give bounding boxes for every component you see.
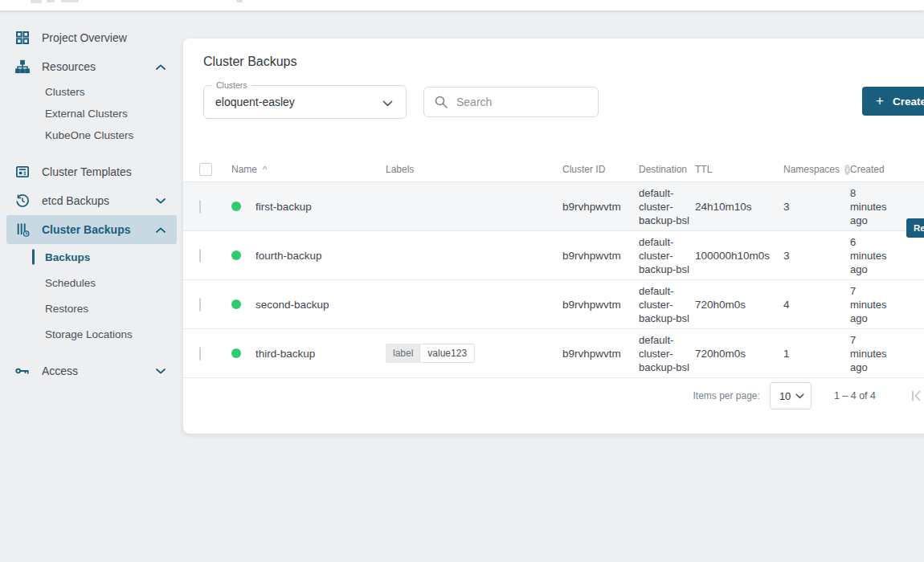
clusters-select[interactable]: Clusters eloquent-easley xyxy=(203,85,407,119)
backup-cluster-id: b9rvhpwvtm xyxy=(562,299,639,311)
backup-destination: default-cluster-backup-bsl xyxy=(639,186,690,227)
cluster-backups-card: Cluster Backups Clusters eloquent-easley… xyxy=(183,39,924,434)
backup-namespaces: 3 xyxy=(783,201,850,213)
row-checkbox[interactable] xyxy=(199,298,201,312)
select-all-checkbox[interactable] xyxy=(199,163,212,176)
backup-created: 8 minutes ago xyxy=(850,186,895,227)
table-row[interactable]: fourth-backup b9rvhpwvtm default-cluster… xyxy=(183,231,924,280)
sidebar-item-label: Schedules xyxy=(45,277,96,289)
chevron-down-icon xyxy=(795,393,804,399)
sidebar-item-cluster-backups[interactable]: Cluster Backups xyxy=(6,215,177,244)
sidebar-item-project-overview[interactable]: Project Overview xyxy=(0,23,183,52)
sidebar-item-kubeone-clusters[interactable]: KubeOne Clusters xyxy=(0,124,183,146)
column-header-cluster-id: Cluster ID xyxy=(562,164,639,175)
backup-name: fourth-backup xyxy=(256,250,322,262)
status-healthy-icon xyxy=(231,202,241,211)
status-healthy-icon xyxy=(231,348,241,358)
backup-destination: default-cluster-backup-bsl xyxy=(639,284,690,325)
create-button[interactable]: + Create xyxy=(862,87,924,116)
sidebar-item-clusters[interactable]: Clusters xyxy=(0,81,183,103)
table-footer: Items per page: 10 1 – 4 of 4 xyxy=(183,378,924,413)
chevron-down-icon xyxy=(382,100,393,107)
backup-created: 7 minutes ago xyxy=(850,284,895,325)
clusters-select-value: eloquent-easley xyxy=(215,96,295,108)
column-header-destination: Destination xyxy=(639,164,695,175)
first-page-icon[interactable] xyxy=(910,389,924,403)
pagination-range: 1 – 4 of 4 xyxy=(834,390,876,401)
column-header-namespaces: Namespaces i xyxy=(783,164,850,175)
backup-cluster-id: b9rvhpwvtm xyxy=(562,348,639,360)
sidebar-item-label: Storage Locations xyxy=(45,328,133,340)
table-row[interactable]: third-backup label value123 b9rvhpwvtm d… xyxy=(183,329,924,378)
backup-namespaces: 3 xyxy=(783,250,850,262)
key-icon xyxy=(14,363,31,379)
table-row[interactable]: second-backup b9rvhpwvtm default-cluster… xyxy=(183,280,924,329)
info-icon[interactable]: i xyxy=(844,165,850,175)
column-header-created: Created xyxy=(850,164,914,175)
column-header-labels: Labels xyxy=(386,164,562,175)
sidebar-item-label: KubeOne Clusters xyxy=(45,129,133,141)
label-chip-key: label xyxy=(386,344,419,363)
backup-ttl: 720h0m0s xyxy=(695,348,783,360)
backup-labels: label value123 xyxy=(386,344,562,363)
sidebar-item-cluster-templates[interactable]: Cluster Templates xyxy=(0,157,183,186)
page-title: Cluster Backups xyxy=(203,55,297,69)
sidebar-item-label: Project Overview xyxy=(42,31,127,44)
column-header-ttl: TTL xyxy=(695,164,783,175)
sidebar-item-restores[interactable]: Restores xyxy=(0,295,183,321)
column-header-name[interactable]: Name ^ xyxy=(231,164,386,175)
restore-button[interactable]: Res xyxy=(906,218,924,238)
sidebar-item-label: Cluster Backups xyxy=(42,223,130,236)
chevron-down-icon xyxy=(156,369,166,374)
backup-namespaces: 1 xyxy=(783,348,850,360)
chevron-up-icon xyxy=(156,64,166,70)
clusters-select-label: Clusters xyxy=(212,80,251,90)
grid-icon xyxy=(14,30,31,46)
page-size-select[interactable]: 10 xyxy=(770,382,812,409)
backups-table: Name ^ Labels Cluster ID Destination TTL… xyxy=(183,157,924,413)
sidebar-item-label: Clusters xyxy=(45,86,85,98)
sidebar-item-access[interactable]: Access xyxy=(0,356,183,385)
sidebar-item-schedules[interactable]: Schedules xyxy=(0,270,183,295)
search-input[interactable] xyxy=(456,96,602,108)
status-healthy-icon xyxy=(231,299,241,309)
sidebar-item-label: Restores xyxy=(45,303,88,315)
cluster-backup-icon xyxy=(14,222,31,238)
row-checkbox[interactable] xyxy=(199,200,201,214)
backup-destination: default-cluster-backup-bsl xyxy=(639,333,690,374)
table-header-row: Name ^ Labels Cluster ID Destination TTL… xyxy=(183,157,924,182)
backup-ttl: 100000h10m0s xyxy=(695,250,783,262)
sidebar-item-label: etcd Backups xyxy=(42,194,109,207)
sidebar-item-backups[interactable]: Backups xyxy=(0,244,183,270)
backup-destination: default-cluster-backup-bsl xyxy=(639,235,690,276)
chevron-down-icon xyxy=(156,198,166,204)
template-icon xyxy=(14,164,31,180)
page-size-value: 10 xyxy=(779,390,791,402)
sidebar-item-label: External Clusters xyxy=(45,108,128,120)
chevron-up-icon xyxy=(156,227,166,233)
sidebar-item-resources[interactable]: Resources xyxy=(0,52,183,81)
backup-cluster-id: b9rvhpwvtm xyxy=(562,250,639,262)
sort-ascending-icon: ^ xyxy=(263,165,267,174)
sidebar-item-etcd-backups[interactable]: etcd Backups xyxy=(0,186,183,215)
backup-created: 6 minutes ago xyxy=(850,235,895,276)
row-checkbox[interactable] xyxy=(199,347,201,360)
sidebar-item-label: Backups xyxy=(45,251,90,263)
backup-namespaces: 4 xyxy=(783,299,850,311)
create-button-label: Create xyxy=(893,96,924,108)
top-bar xyxy=(0,0,924,10)
backup-name: second-backup xyxy=(256,299,329,311)
search-icon xyxy=(434,95,448,109)
sidebar-item-label: Resources xyxy=(42,60,96,73)
sidebar-item-external-clusters[interactable]: External Clusters xyxy=(0,103,183,124)
sidebar-item-storage-locations[interactable]: Storage Locations xyxy=(0,321,183,347)
table-row[interactable]: first-backup b9rvhpwvtm default-cluster-… xyxy=(183,182,924,231)
backup-cluster-id: b9rvhpwvtm xyxy=(562,201,639,213)
items-per-page-label: Items per page: xyxy=(693,390,759,401)
backup-name: third-backup xyxy=(256,348,315,360)
plus-icon: + xyxy=(876,93,884,109)
sitemap-icon xyxy=(14,59,31,75)
backup-name: first-backup xyxy=(256,201,312,213)
row-checkbox[interactable] xyxy=(199,249,201,263)
backup-ttl: 720h0m0s xyxy=(695,299,783,311)
